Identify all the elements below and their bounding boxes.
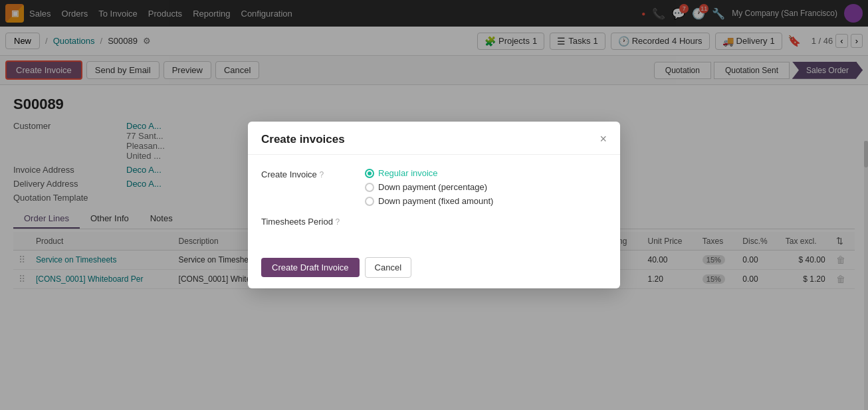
- radio-regular[interactable]: Regular invoice: [365, 168, 493, 178]
- modal-footer: Create Draft Invoice Cancel: [248, 249, 620, 288]
- modal-close-button[interactable]: ×: [599, 132, 607, 146]
- create-invoice-label: Create Invoice: [261, 169, 317, 179]
- modal-overlay: Create invoices × Create Invoice ? Regul…: [0, 0, 868, 410]
- timesheets-label-text: Timesheets Period: [261, 217, 333, 227]
- help-icon-timesheets: ?: [336, 217, 340, 227]
- modal-title: Create invoices: [261, 133, 345, 146]
- modal-cancel-button[interactable]: Cancel: [365, 257, 411, 278]
- create-invoices-modal: Create invoices × Create Invoice ? Regul…: [248, 122, 620, 288]
- create-invoice-field-label: Create Invoice ?: [261, 168, 354, 179]
- modal-body: Create Invoice ? Regular invoice Down pa…: [248, 155, 620, 249]
- invoice-options: Regular invoice Down payment (percentage…: [365, 168, 493, 206]
- create-draft-invoice-button[interactable]: Create Draft Invoice: [261, 258, 360, 277]
- create-invoice-row: Create Invoice ? Regular invoice Down pa…: [261, 168, 607, 206]
- radio-circle-regular: [365, 169, 374, 178]
- radio-regular-label: Regular invoice: [378, 168, 438, 178]
- radio-down-fixed-label: Down payment (fixed amount): [378, 196, 493, 206]
- radio-down-pct[interactable]: Down payment (percentage): [365, 182, 493, 192]
- timesheets-label: Timesheets Period ?: [261, 215, 354, 227]
- radio-down-pct-label: Down payment (percentage): [378, 182, 487, 192]
- radio-dot-regular: [368, 171, 372, 175]
- timesheets-row: Timesheets Period ?: [261, 215, 607, 227]
- radio-circle-pct: [365, 183, 374, 192]
- radio-down-fixed[interactable]: Down payment (fixed amount): [365, 196, 493, 206]
- radio-circle-fixed: [365, 197, 374, 206]
- modal-header: Create invoices ×: [248, 122, 620, 155]
- help-icon-invoice: ?: [319, 170, 324, 179]
